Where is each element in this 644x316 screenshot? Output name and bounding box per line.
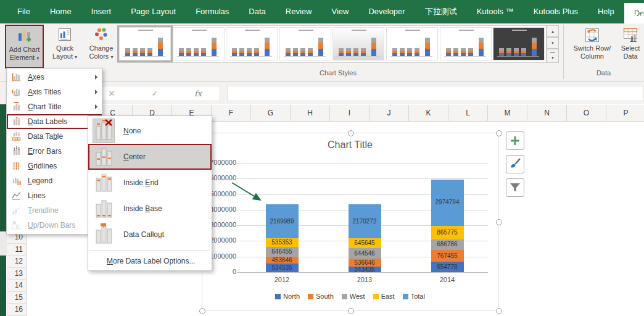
chart-title[interactable]: Chart Title: [202, 139, 498, 151]
menu-item-axis-titles[interactable]: Axis Titles: [7, 85, 102, 99]
column-header-F[interactable]: F: [212, 105, 251, 121]
thumbnail-bar: [392, 51, 397, 53]
column-header-M[interactable]: M: [488, 105, 527, 121]
legend-item-west[interactable]: West: [342, 293, 365, 300]
chart-style-thumbnail[interactable]: [386, 27, 438, 60]
column-header-J[interactable]: J: [369, 105, 409, 121]
up-down-bars-icon: [12, 220, 22, 230]
legend-swatch: [342, 294, 347, 299]
chart-styles-brush-icon[interactable]: [506, 155, 524, 173]
submenu-item-icon-box: [93, 144, 115, 169]
tab-developer[interactable]: Developer: [358, 0, 415, 23]
tab-formulas[interactable]: Formulas: [186, 0, 239, 23]
thumbnail-bar: [286, 51, 291, 53]
tab-page-layout[interactable]: Page Layout: [121, 0, 186, 23]
column-header-P[interactable]: P: [606, 105, 644, 121]
switch-row-column-button[interactable]: Switch Row/ Column: [568, 25, 617, 69]
chart-object[interactable]: Chart Title 0100000020000003000000400000…: [202, 133, 498, 310]
column-header-H[interactable]: H: [291, 105, 330, 121]
chart-legend[interactable]: NorthSouthWestEastTotal: [202, 293, 498, 300]
add-chart-element-label-2: Element: [10, 54, 35, 61]
tab-review[interactable]: Review: [276, 0, 322, 23]
chart-style-thumbnail[interactable]: [440, 27, 492, 60]
gallery-scroll-down-icon[interactable]: ▾: [547, 37, 559, 49]
select-data-button[interactable]: Select Data: [617, 25, 644, 69]
chart-style-thumbnail[interactable]: [493, 27, 545, 60]
menu-item-axes[interactable]: Axes: [7, 70, 102, 85]
insert-function-icon[interactable]: fx: [176, 89, 220, 98]
selection-handle[interactable]: [496, 130, 502, 136]
tab--[interactable]: 下拉测试: [415, 0, 467, 23]
add-chart-element-button[interactable]: Add Chart Element ▾: [5, 25, 44, 69]
legend-label: North: [283, 293, 300, 300]
thumbnail-bar: [254, 48, 259, 51]
submenu-item-label: Inside End: [123, 178, 159, 187]
row-header-11[interactable]: 11: [7, 244, 27, 256]
gallery-more-icon[interactable]: ▾: [547, 49, 559, 63]
selection-handle[interactable]: [199, 308, 205, 314]
row-header-13[interactable]: 13: [7, 268, 27, 280]
submenu-item-inside-end[interactable]: Inside End: [88, 170, 212, 196]
thumbnail-axis-line: [284, 56, 326, 57]
legend-item-east[interactable]: East: [373, 293, 395, 300]
tab-kutools-plus[interactable]: Kutools Plus: [524, 0, 588, 23]
selection-handle[interactable]: [496, 219, 502, 225]
tab-view[interactable]: View: [321, 0, 358, 23]
row-header-15[interactable]: 15: [7, 292, 27, 304]
thumbnail-title-line: [459, 30, 474, 31]
column-header-I[interactable]: I: [330, 105, 369, 121]
chart-style-thumbnail[interactable]: [173, 27, 225, 60]
labels-inside-end-icon: [95, 171, 112, 194]
column-header-N[interactable]: N: [527, 105, 567, 121]
submenu-item-center[interactable]: Center: [88, 144, 212, 170]
row-header-14[interactable]: 14: [7, 280, 27, 292]
column-header-L[interactable]: L: [448, 105, 488, 121]
tab-insert[interactable]: Insert: [81, 0, 122, 23]
legend-item-north[interactable]: North: [275, 293, 300, 300]
change-colors-button[interactable]: Change Colors ▾: [85, 25, 117, 69]
submenu-item-more-data-label-options[interactable]: More Data Label Options...: [88, 253, 212, 268]
tab-kutools-[interactable]: Kutools ™: [467, 0, 524, 23]
thumbnail-bar: [158, 38, 163, 43]
switch-row-column-icon: [584, 27, 600, 44]
thumbnail-bar: [461, 48, 466, 51]
thumbnail-bar: [232, 51, 237, 53]
tab-data[interactable]: Data: [239, 0, 275, 23]
tab-help[interactable]: Help: [588, 0, 624, 23]
chart-style-thumbnail[interactable]: [279, 27, 331, 60]
column-header-G[interactable]: G: [251, 105, 291, 121]
column-header-K[interactable]: K: [409, 105, 448, 121]
selection-handle[interactable]: [496, 308, 502, 314]
enter-icon[interactable]: ✓: [133, 89, 176, 98]
chart-gridline: [237, 163, 488, 164]
tab-file[interactable]: File: [7, 0, 40, 23]
row-header-16[interactable]: 16: [7, 304, 27, 316]
change-colors-label-1: Change: [89, 44, 114, 52]
legend-item-total[interactable]: Total: [403, 293, 425, 300]
submenu-item-data-callout[interactable]: Data Callout: [88, 222, 212, 247]
chart-style-thumbnail[interactable]: [119, 27, 171, 60]
legend-item-south[interactable]: South: [308, 293, 334, 300]
selection-handle[interactable]: [348, 130, 354, 136]
menu-item-chart-title[interactable]: Chart Title: [7, 99, 102, 114]
selection-handle[interactable]: [348, 308, 354, 314]
formula-input[interactable]: [227, 86, 644, 101]
chart-style-thumbnail[interactable]: [226, 27, 278, 60]
chart-elements-plus-icon[interactable]: [506, 131, 524, 150]
thumbnail-bar: [532, 49, 537, 56]
row-header-12[interactable]: 12: [7, 256, 27, 268]
tab-home[interactable]: Home: [40, 0, 81, 23]
quick-layout-button[interactable]: Quick Layout ▾: [46, 25, 83, 69]
gallery-scroll-up-icon[interactable]: ▴: [547, 25, 559, 37]
data-label: 453646: [263, 257, 300, 264]
tell-me-icon[interactable]: [630, 0, 644, 23]
chart-filters-funnel-icon[interactable]: [506, 178, 524, 197]
chart-style-thumbnail[interactable]: [332, 27, 384, 60]
submenu-item-inside-base[interactable]: Inside Base: [88, 196, 212, 222]
column-header-O[interactable]: O: [567, 105, 606, 121]
thumbnail-bar: [194, 48, 199, 51]
submenu-item-none[interactable]: None: [88, 118, 212, 144]
thumbnail-bar: [318, 49, 323, 56]
menu-item-label: Chart Title: [28, 102, 95, 111]
thumbnail-bar: [201, 51, 206, 53]
